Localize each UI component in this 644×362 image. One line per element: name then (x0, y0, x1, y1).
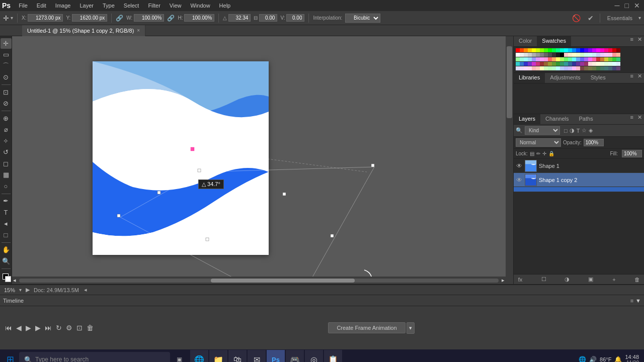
swatch[interactable] (588, 62, 592, 66)
swatch[interactable] (612, 48, 616, 52)
swatch[interactable] (596, 53, 600, 57)
swatch[interactable] (556, 53, 560, 57)
swatch[interactable] (524, 57, 528, 61)
swatch[interactable] (576, 57, 580, 61)
swatch[interactable] (596, 66, 600, 70)
move-tool[interactable]: ✛ (1, 38, 12, 49)
tl-settings-btn[interactable]: ⚙ (66, 324, 72, 332)
swatch[interactable] (572, 66, 576, 70)
swatch[interactable] (580, 66, 584, 70)
scroll-right-icon[interactable]: ▸ (501, 277, 506, 284)
swatch[interactable] (576, 53, 580, 57)
interp-select[interactable]: Bicubic Bilinear Nearest (345, 14, 380, 23)
taskbar-app2[interactable]: 📋 (324, 350, 342, 362)
lock-transparent-icon[interactable]: ▤ (530, 151, 534, 156)
swatch[interactable] (572, 62, 576, 66)
layers-panel-icon1[interactable]: ≡ (628, 114, 635, 124)
swatch[interactable] (608, 62, 612, 66)
swatch[interactable] (588, 57, 592, 61)
swatch[interactable] (616, 62, 620, 66)
swatch[interactable] (536, 57, 540, 61)
swatch[interactable] (520, 66, 524, 70)
zoom-tool[interactable]: 🔍 (1, 256, 12, 266)
selection-tool[interactable]: ▭ (1, 50, 12, 60)
swatch[interactable] (572, 53, 576, 57)
swatch[interactable] (520, 57, 524, 61)
swatch[interactable] (564, 57, 568, 61)
tl-play-btn[interactable]: ▶ (26, 324, 31, 332)
layer-fx-btn[interactable]: fx (516, 277, 525, 283)
swatch[interactable] (592, 57, 596, 61)
swatch[interactable] (616, 66, 620, 70)
close-btn[interactable]: ✕ (632, 2, 642, 10)
pen-tool[interactable]: ✒ (1, 196, 12, 207)
tab-paths[interactable]: Paths (574, 114, 598, 124)
tl-next-frame-btn[interactable]: ▶ (35, 324, 41, 332)
swatch[interactable] (592, 62, 596, 66)
swatch[interactable] (552, 62, 556, 66)
swatch[interactable] (604, 66, 608, 70)
swatch[interactable] (560, 62, 564, 66)
swatch[interactable] (612, 57, 616, 61)
tl-delete-btn[interactable]: 🗑 (87, 324, 94, 332)
swatch[interactable] (560, 53, 564, 57)
taskbar-gamepad[interactable]: 🎮 (286, 350, 304, 362)
swatch[interactable] (608, 57, 612, 61)
fill-input[interactable] (622, 150, 642, 157)
layer-new-btn[interactable]: + (609, 277, 618, 283)
type-tool[interactable]: T (1, 207, 12, 218)
swatch[interactable] (596, 48, 600, 52)
swatch[interactable] (552, 48, 556, 52)
swatch[interactable] (576, 66, 580, 70)
layer-mask-btn[interactable]: ☐ (539, 276, 548, 283)
lock-all-icon[interactable]: 🔒 (548, 151, 554, 156)
menu-file[interactable]: File (15, 2, 32, 10)
swatch[interactable] (604, 53, 608, 57)
swatch[interactable] (612, 62, 616, 66)
kind-select[interactable]: Kind (525, 126, 560, 135)
swatch[interactable] (588, 66, 592, 70)
taskbar-explorer[interactable]: 📁 (209, 350, 227, 362)
swatch[interactable] (524, 62, 528, 66)
scroll-left-icon[interactable]: ◂ (12, 277, 17, 284)
lib-panel-close[interactable]: ✕ (635, 73, 644, 83)
background-color[interactable] (5, 276, 11, 282)
scroll-track[interactable] (19, 279, 499, 283)
tray-volume-icon[interactable]: 🔊 (589, 356, 597, 362)
canvas-scrollbar-vertical[interactable] (506, 36, 513, 277)
swatch[interactable] (536, 66, 540, 70)
swatch[interactable] (548, 66, 552, 70)
create-frame-dropdown-btn[interactable]: ▾ (407, 322, 415, 334)
swatch[interactable] (532, 53, 536, 57)
swatch[interactable] (600, 62, 604, 66)
vskew-input[interactable] (286, 14, 304, 22)
tl-loop-btn[interactable]: ↻ (56, 324, 62, 332)
swatch[interactable] (604, 57, 608, 61)
swatch[interactable] (600, 66, 604, 70)
layer-vis-shape1copy2[interactable]: 👁 (516, 176, 523, 184)
swatch[interactable] (516, 53, 520, 57)
tl-to-start-btn[interactable]: ⏮ (5, 324, 12, 332)
swatch[interactable] (532, 62, 536, 66)
swatch[interactable] (552, 66, 556, 70)
swatch[interactable] (548, 62, 552, 66)
filter-smart-icon[interactable]: ◈ (589, 127, 593, 134)
swatch[interactable] (572, 48, 576, 52)
menu-view[interactable]: View (166, 2, 186, 10)
taskbar-edge[interactable]: 🌐 (190, 350, 208, 362)
swatch[interactable] (608, 53, 612, 57)
swatch[interactable] (616, 48, 620, 52)
swatch[interactable] (524, 66, 528, 70)
swatch[interactable] (584, 66, 588, 70)
swatch[interactable] (572, 57, 576, 61)
swatch[interactable] (540, 66, 544, 70)
swatch[interactable] (540, 57, 544, 61)
layer-group-btn[interactable]: ▣ (586, 276, 595, 283)
swatch[interactable] (564, 53, 568, 57)
layer-adjust-btn[interactable]: ◑ (562, 276, 572, 283)
menu-select[interactable]: Select (120, 2, 143, 10)
tray-network-icon[interactable]: 🌐 (579, 356, 586, 362)
swatch[interactable] (592, 66, 596, 70)
tl-prev-frame-btn[interactable]: ◀ (16, 324, 22, 332)
w-input[interactable] (134, 14, 164, 22)
